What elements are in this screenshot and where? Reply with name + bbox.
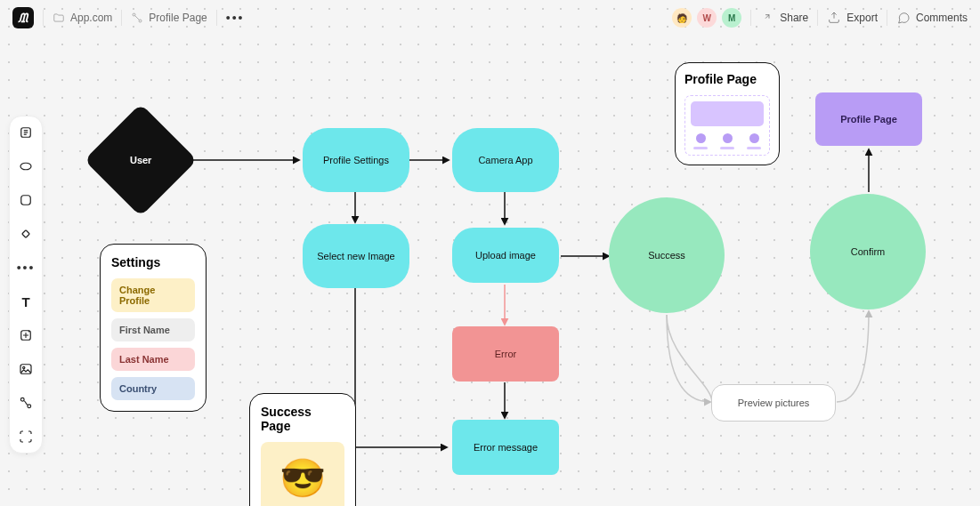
- avatar-w[interactable]: W: [697, 8, 717, 28]
- more-menu[interactable]: •••: [226, 11, 245, 25]
- tool-connector[interactable]: [15, 392, 36, 414]
- tool-more[interactable]: •••: [15, 257, 36, 278]
- card-profile-page[interactable]: Profile Page: [675, 62, 780, 165]
- folder-icon: [53, 12, 65, 24]
- node-confirm[interactable]: Confirm: [810, 194, 926, 309]
- card-profile-page-title: Profile Page: [684, 72, 770, 86]
- node-profile-settings-label: Profile Settings: [323, 155, 389, 165]
- app-logo[interactable]: ᙢ: [12, 7, 34, 28]
- breadcrumb-page[interactable]: Profile Page: [131, 12, 207, 24]
- flow-icon: [131, 12, 143, 24]
- comments-icon: [896, 11, 911, 25]
- profile-preview-dot: [723, 133, 733, 143]
- share-button[interactable]: Share: [760, 11, 808, 25]
- svg-point-0: [133, 13, 135, 16]
- svg-point-6: [20, 163, 31, 170]
- comments-label: Comments: [916, 12, 968, 24]
- node-camera-app-label: Camera App: [478, 155, 532, 165]
- profile-preview-dot: [749, 133, 759, 143]
- divider: [887, 10, 887, 26]
- node-preview-pictures-label: Preview pictures: [738, 398, 810, 408]
- node-profile-settings[interactable]: Profile Settings: [303, 128, 409, 192]
- divider: [121, 10, 122, 26]
- cool-emoji-icon: 😎: [279, 456, 326, 500]
- export-label: Export: [846, 12, 878, 24]
- svg-rect-7: [21, 196, 31, 205]
- node-select-new-image[interactable]: Select new Image: [303, 224, 409, 288]
- tool-diamond[interactable]: [15, 223, 36, 245]
- tool-text[interactable]: T: [15, 291, 36, 312]
- card-success-page-title: Success Page: [261, 405, 344, 433]
- topbar: ᙢ App.com Profile Page ••• 🧑 W M Share E…: [0, 0, 980, 36]
- node-select-new-image-label: Select new Image: [317, 251, 394, 261]
- node-upload-image[interactable]: Upload image: [452, 228, 559, 283]
- comments-button[interactable]: Comments: [896, 11, 968, 25]
- share-icon: [760, 11, 774, 25]
- profile-preview-dot: [696, 133, 706, 143]
- divider: [43, 10, 44, 26]
- breadcrumb-app-label: App.com: [70, 12, 112, 24]
- profile-preview-line: [693, 147, 708, 149]
- card-success-page[interactable]: Success Page 😎: [249, 393, 356, 506]
- export-icon: [827, 11, 841, 25]
- tool-ellipse[interactable]: [15, 156, 36, 177]
- tool-rectangle[interactable]: [15, 122, 36, 143]
- profile-preview-line: [720, 147, 734, 149]
- share-label: Share: [780, 12, 808, 24]
- avatar-m[interactable]: M: [722, 8, 741, 28]
- profile-preview-banner: [691, 101, 764, 126]
- svg-point-12: [20, 398, 24, 401]
- profile-preview-line: [747, 147, 761, 149]
- svg-point-13: [28, 405, 31, 408]
- breadcrumb-page-label: Profile Page: [149, 12, 207, 24]
- node-preview-pictures[interactable]: Preview pictures: [711, 384, 836, 422]
- svg-rect-8: [22, 230, 29, 237]
- toolbar: ••• T: [9, 116, 43, 454]
- node-user-label: User: [130, 155, 151, 165]
- settings-item-first-name[interactable]: First Name: [111, 318, 195, 341]
- divider: [216, 10, 217, 26]
- settings-item-last-name[interactable]: Last Name: [111, 348, 195, 371]
- node-upload-image-label: Upload image: [475, 250, 536, 261]
- tool-generate[interactable]: [15, 325, 36, 346]
- node-profile-page-tile-label: Profile Page: [840, 114, 897, 124]
- collaborator-avatars: 🧑 W M: [672, 8, 741, 28]
- export-button[interactable]: Export: [827, 11, 878, 25]
- breadcrumb-app[interactable]: App.com: [53, 12, 112, 24]
- success-emoji-box: 😎: [261, 442, 344, 506]
- tool-screenshot[interactable]: [15, 426, 36, 447]
- node-confirm-label: Confirm: [851, 246, 886, 257]
- settings-item-country[interactable]: Country: [111, 377, 195, 400]
- card-settings[interactable]: Settings Change Profile First Name Last …: [100, 244, 207, 412]
- node-error-label: Error: [495, 349, 516, 359]
- card-settings-title: Settings: [111, 255, 195, 269]
- tool-image[interactable]: [15, 358, 36, 380]
- node-error[interactable]: Error: [452, 326, 559, 382]
- settings-item-change-profile[interactable]: Change Profile: [111, 278, 195, 312]
- avatar-self[interactable]: 🧑: [672, 8, 692, 28]
- node-camera-app[interactable]: Camera App: [452, 128, 559, 192]
- node-success-label: Success: [648, 250, 685, 261]
- divider: [817, 10, 818, 26]
- divider: [750, 10, 751, 26]
- node-error-message-label: Error message: [474, 442, 538, 453]
- svg-point-11: [23, 366, 25, 368]
- node-profile-page-tile[interactable]: Profile Page: [815, 92, 922, 146]
- node-success[interactable]: Success: [609, 197, 725, 313]
- tool-rounded-square[interactable]: [15, 189, 36, 211]
- svg-point-1: [139, 20, 142, 22]
- node-error-message[interactable]: Error message: [452, 420, 559, 475]
